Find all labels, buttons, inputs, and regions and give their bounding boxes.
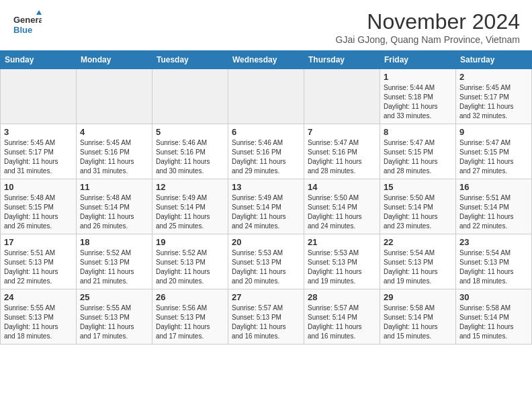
calendar-cell: 2Sunrise: 5:45 AM Sunset: 5:17 PM Daylig… [456,69,532,124]
day-info: Sunrise: 5:50 AM Sunset: 5:14 PM Dayligh… [308,193,376,231]
svg-text:General: General [13,15,42,25]
day-info: Sunrise: 5:54 AM Sunset: 5:13 PM Dayligh… [459,248,528,286]
calendar-cell: 17Sunrise: 5:51 AM Sunset: 5:13 PM Dayli… [1,234,77,289]
calendar-header-row: SundayMondayTuesdayWednesdayThursdayFrid… [1,51,532,69]
calendar-cell: 19Sunrise: 5:52 AM Sunset: 5:13 PM Dayli… [152,234,228,289]
day-number: 1 [384,72,452,82]
day-info: Sunrise: 5:48 AM Sunset: 5:14 PM Dayligh… [80,193,148,231]
day-info: Sunrise: 5:45 AM Sunset: 5:16 PM Dayligh… [80,138,148,176]
day-number: 18 [80,237,148,247]
col-header-friday: Friday [380,51,456,69]
day-number: 12 [156,182,224,192]
calendar-cell: 15Sunrise: 5:50 AM Sunset: 5:14 PM Dayli… [380,179,456,234]
title-block: November 2024 GJai GJong, Quang Nam Prov… [336,9,520,45]
day-number: 27 [232,292,300,302]
calendar-cell: 24Sunrise: 5:55 AM Sunset: 5:13 PM Dayli… [1,289,77,345]
calendar-cell: 4Sunrise: 5:45 AM Sunset: 5:16 PM Daylig… [77,124,152,179]
day-info: Sunrise: 5:55 AM Sunset: 5:13 PM Dayligh… [4,304,73,341]
day-number: 30 [459,292,528,302]
calendar-cell: 6Sunrise: 5:46 AM Sunset: 5:16 PM Daylig… [228,124,304,179]
day-info: Sunrise: 5:58 AM Sunset: 5:14 PM Dayligh… [384,304,452,341]
day-number: 4 [80,127,148,137]
day-number: 25 [80,292,148,302]
calendar-cell: 18Sunrise: 5:52 AM Sunset: 5:13 PM Dayli… [77,234,152,289]
day-info: Sunrise: 5:47 AM Sunset: 5:15 PM Dayligh… [384,138,452,176]
day-number: 10 [4,182,73,192]
day-info: Sunrise: 5:48 AM Sunset: 5:15 PM Dayligh… [4,193,73,231]
calendar-cell: 26Sunrise: 5:56 AM Sunset: 5:13 PM Dayli… [152,289,228,345]
day-info: Sunrise: 5:46 AM Sunset: 5:16 PM Dayligh… [232,138,300,176]
page-header: General Blue November 2024 GJai GJong, Q… [0,0,532,50]
day-info: Sunrise: 5:51 AM Sunset: 5:13 PM Dayligh… [4,248,73,286]
day-number: 28 [308,292,376,302]
day-info: Sunrise: 5:44 AM Sunset: 5:18 PM Dayligh… [384,83,452,121]
calendar-week-1: 3Sunrise: 5:45 AM Sunset: 5:17 PM Daylig… [1,124,532,179]
day-info: Sunrise: 5:55 AM Sunset: 5:13 PM Dayligh… [80,304,148,341]
calendar-cell [152,69,228,124]
day-number: 7 [308,127,376,137]
col-header-sunday: Sunday [1,51,77,69]
day-info: Sunrise: 5:49 AM Sunset: 5:14 PM Dayligh… [232,193,300,231]
day-info: Sunrise: 5:53 AM Sunset: 5:13 PM Dayligh… [232,248,300,286]
day-number: 2 [459,72,528,82]
svg-marker-2 [36,10,42,15]
calendar-cell: 12Sunrise: 5:49 AM Sunset: 5:14 PM Dayli… [152,179,228,234]
calendar-cell: 5Sunrise: 5:46 AM Sunset: 5:16 PM Daylig… [152,124,228,179]
calendar-cell: 27Sunrise: 5:57 AM Sunset: 5:13 PM Dayli… [228,289,304,345]
day-number: 8 [384,127,452,137]
day-number: 23 [459,237,528,247]
calendar-cell [77,69,152,124]
day-info: Sunrise: 5:57 AM Sunset: 5:14 PM Dayligh… [308,304,376,341]
calendar-cell: 7Sunrise: 5:47 AM Sunset: 5:16 PM Daylig… [304,124,380,179]
logo: General Blue [12,9,43,39]
calendar-table: SundayMondayTuesdayWednesdayThursdayFrid… [0,50,532,345]
calendar-cell: 16Sunrise: 5:51 AM Sunset: 5:14 PM Dayli… [456,179,532,234]
calendar-week-4: 24Sunrise: 5:55 AM Sunset: 5:13 PM Dayli… [1,289,532,345]
day-number: 26 [156,292,224,302]
day-number: 19 [156,237,224,247]
day-info: Sunrise: 5:52 AM Sunset: 5:13 PM Dayligh… [156,248,224,286]
day-number: 15 [384,182,452,192]
calendar-cell: 28Sunrise: 5:57 AM Sunset: 5:14 PM Dayli… [304,289,380,345]
day-number: 14 [308,182,376,192]
day-number: 13 [232,182,300,192]
day-info: Sunrise: 5:52 AM Sunset: 5:13 PM Dayligh… [80,248,148,286]
col-header-monday: Monday [77,51,152,69]
day-info: Sunrise: 5:57 AM Sunset: 5:13 PM Dayligh… [232,304,300,341]
day-info: Sunrise: 5:45 AM Sunset: 5:17 PM Dayligh… [4,138,73,176]
day-info: Sunrise: 5:58 AM Sunset: 5:14 PM Dayligh… [459,304,528,341]
day-info: Sunrise: 5:51 AM Sunset: 5:14 PM Dayligh… [459,193,528,231]
calendar-cell: 29Sunrise: 5:58 AM Sunset: 5:14 PM Dayli… [380,289,456,345]
calendar-cell: 22Sunrise: 5:54 AM Sunset: 5:13 PM Dayli… [380,234,456,289]
calendar-week-2: 10Sunrise: 5:48 AM Sunset: 5:15 PM Dayli… [1,179,532,234]
day-number: 3 [4,127,73,137]
day-number: 17 [4,237,73,247]
calendar-cell: 20Sunrise: 5:53 AM Sunset: 5:13 PM Dayli… [228,234,304,289]
day-info: Sunrise: 5:45 AM Sunset: 5:17 PM Dayligh… [459,83,528,121]
month-year-title: November 2024 [336,9,520,34]
day-number: 6 [232,127,300,137]
col-header-thursday: Thursday [304,51,380,69]
calendar-cell: 3Sunrise: 5:45 AM Sunset: 5:17 PM Daylig… [1,124,77,179]
calendar-cell: 21Sunrise: 5:53 AM Sunset: 5:13 PM Dayli… [304,234,380,289]
calendar-cell: 13Sunrise: 5:49 AM Sunset: 5:14 PM Dayli… [228,179,304,234]
day-info: Sunrise: 5:56 AM Sunset: 5:13 PM Dayligh… [156,304,224,341]
day-info: Sunrise: 5:53 AM Sunset: 5:13 PM Dayligh… [308,248,376,286]
logo-icon: General Blue [12,9,42,39]
day-info: Sunrise: 5:47 AM Sunset: 5:16 PM Dayligh… [308,138,376,176]
day-number: 22 [384,237,452,247]
day-number: 29 [384,292,452,302]
calendar-cell: 23Sunrise: 5:54 AM Sunset: 5:13 PM Dayli… [456,234,532,289]
calendar-cell: 11Sunrise: 5:48 AM Sunset: 5:14 PM Dayli… [77,179,152,234]
svg-text:Blue: Blue [13,25,32,35]
col-header-tuesday: Tuesday [152,51,228,69]
day-info: Sunrise: 5:54 AM Sunset: 5:13 PM Dayligh… [384,248,452,286]
col-header-saturday: Saturday [456,51,532,69]
day-info: Sunrise: 5:50 AM Sunset: 5:14 PM Dayligh… [384,193,452,231]
day-number: 9 [459,127,528,137]
calendar-cell: 9Sunrise: 5:47 AM Sunset: 5:15 PM Daylig… [456,124,532,179]
calendar-cell: 30Sunrise: 5:58 AM Sunset: 5:14 PM Dayli… [456,289,532,345]
day-info: Sunrise: 5:47 AM Sunset: 5:15 PM Dayligh… [459,138,528,176]
day-number: 11 [80,182,148,192]
calendar-cell [228,69,304,124]
